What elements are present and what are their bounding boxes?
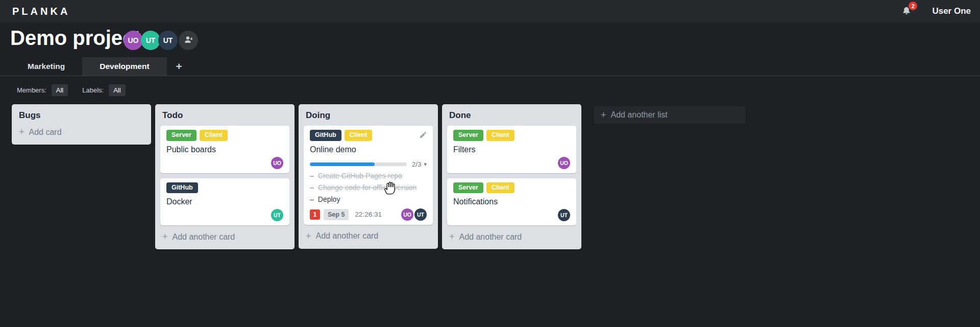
list: TodoServerClientPublic boardsUOGitHubDoc… xyxy=(155,104,295,249)
card-labels: ServerClient xyxy=(166,130,283,141)
project-title[interactable]: Demo project xyxy=(10,27,141,50)
add-card-label: Add card xyxy=(29,128,62,137)
plus-icon: + xyxy=(176,60,182,73)
person-add-icon xyxy=(184,35,193,46)
plus-icon: + xyxy=(162,231,168,242)
card[interactable]: ServerClientPublic boardsUO xyxy=(160,126,289,173)
card-label: Client xyxy=(200,130,228,141)
card-footer: UT xyxy=(453,209,570,221)
card-label: GitHub xyxy=(310,130,341,141)
card-member-avatar: UO xyxy=(558,157,570,169)
card-label: Server xyxy=(166,130,197,141)
plus-icon: + xyxy=(306,231,311,242)
plus-icon: + xyxy=(449,231,455,242)
card-label: Server xyxy=(453,182,483,194)
progress-bar-fill xyxy=(310,162,375,166)
progress-count: 2/3 xyxy=(412,160,422,168)
card-label: GitHub xyxy=(166,182,198,194)
labels-filter-label: Labels: xyxy=(82,86,104,94)
add-card-button[interactable]: +Add another card xyxy=(161,227,288,245)
add-list-button[interactable]: +Add another list xyxy=(594,106,746,124)
planka-logo[interactable]: PLANKA xyxy=(12,6,70,17)
task-item: –Deploy xyxy=(310,195,427,203)
card-title: Filters xyxy=(453,145,570,154)
card-member-avatar: UT xyxy=(558,209,570,221)
card-labels: ServerClient xyxy=(453,182,570,194)
list: DoneServerClientFiltersUOServerClientNot… xyxy=(442,104,581,249)
user-menu[interactable]: User One xyxy=(932,6,971,16)
card-title: Public boards xyxy=(166,145,283,154)
list-title[interactable]: Doing xyxy=(306,110,431,121)
task-marker-icon: – xyxy=(310,183,314,192)
list-title[interactable]: Done xyxy=(449,110,574,121)
card-labels: GitHub xyxy=(166,182,283,194)
members-filter-label: Members: xyxy=(17,86,46,94)
add-board-button[interactable]: + xyxy=(167,57,191,76)
board-tabs: Marketing Development + xyxy=(0,57,980,76)
kanban-board: Bugs+Add cardTodoServerClientPublic boar… xyxy=(12,104,980,249)
task-marker-icon: – xyxy=(310,195,314,203)
list: Bugs+Add card xyxy=(12,104,151,145)
card-member-avatar: UO xyxy=(401,208,413,221)
add-list-label: Add another list xyxy=(611,110,668,120)
add-card-button[interactable]: +Add card xyxy=(18,123,145,141)
card-title: Online demo xyxy=(310,145,427,154)
card-footer: UT xyxy=(166,209,283,221)
list-title[interactable]: Todo xyxy=(162,110,287,121)
card-footer: UO xyxy=(453,157,570,169)
card-label: Client xyxy=(486,182,514,194)
add-card-label: Add another card xyxy=(173,232,235,242)
due-date-badge[interactable]: Sep 5 xyxy=(324,209,349,220)
card-label: Client xyxy=(486,130,514,141)
timer-badge[interactable]: 22:26:31 xyxy=(355,211,382,218)
card-notification-badge: 1 xyxy=(310,209,320,220)
card-member-avatar: UT xyxy=(271,209,283,221)
plus-icon: + xyxy=(601,110,606,121)
add-card-button[interactable]: +Add another card xyxy=(448,227,575,245)
planka-app: { "icons": { "plus": "+", "caret_down": … xyxy=(0,0,980,327)
progress-bar xyxy=(310,162,407,166)
task-text: Create GitHub Pages repo xyxy=(318,172,402,180)
card-badges: 1Sep 522:26:31UOUT xyxy=(310,208,427,221)
card-member-avatars: UOUT xyxy=(400,208,427,221)
tab-development[interactable]: Development xyxy=(82,57,166,76)
filters-bar: Members: All Labels: All xyxy=(17,84,126,96)
project-members: UOUTUT xyxy=(124,31,198,50)
card-title: Docker xyxy=(166,197,283,206)
labels-filter-value[interactable]: All xyxy=(109,84,125,96)
list: DoingGitHubClientOnline demo2/3▾–Create … xyxy=(299,104,438,249)
card-labels: ServerClient xyxy=(453,130,570,141)
caret-down-icon[interactable]: ▾ xyxy=(424,161,427,168)
card[interactable]: ServerClientNotificationsUT xyxy=(447,178,576,226)
project-member-avatar[interactable]: UO xyxy=(124,31,143,50)
list-title[interactable]: Bugs xyxy=(19,110,144,121)
add-card-label: Add another card xyxy=(459,232,522,242)
card-label: Client xyxy=(345,130,373,141)
card-footer: UO xyxy=(166,157,283,169)
card-labels: GitHubClient xyxy=(310,130,427,141)
plus-icon: + xyxy=(19,127,24,137)
card-member-avatar: UO xyxy=(271,157,283,169)
task-text: Change code for offline version xyxy=(318,183,417,192)
add-card-label: Add another card xyxy=(316,231,379,241)
project-member-avatar[interactable]: UT xyxy=(158,31,178,50)
add-card-button[interactable]: +Add another card xyxy=(305,227,432,245)
task-marker-icon: – xyxy=(310,172,314,180)
notifications-button[interactable]: 2 xyxy=(900,5,913,17)
card-member-avatar: UT xyxy=(414,208,427,221)
card[interactable]: GitHubClientOnline demo2/3▾–Create GitHu… xyxy=(304,126,433,225)
card-label: Server xyxy=(453,130,483,141)
task-item: –Create GitHub Pages repo xyxy=(310,172,427,180)
tab-marketing[interactable]: Marketing xyxy=(10,57,82,76)
tasks-progress: 2/3▾ xyxy=(310,160,427,168)
card[interactable]: GitHubDockerUT xyxy=(160,178,289,226)
card[interactable]: ServerClientFiltersUO xyxy=(447,126,576,173)
project-member-avatar[interactable]: UT xyxy=(141,31,160,50)
task-text: Deploy xyxy=(318,195,340,203)
add-member-button[interactable] xyxy=(179,31,198,50)
topbar-right: 2 User One xyxy=(900,5,971,17)
edit-card-icon[interactable] xyxy=(419,131,427,139)
notification-count-badge: 2 xyxy=(909,2,917,10)
task-item: –Change code for offline version xyxy=(310,183,427,192)
members-filter-value[interactable]: All xyxy=(52,84,68,96)
